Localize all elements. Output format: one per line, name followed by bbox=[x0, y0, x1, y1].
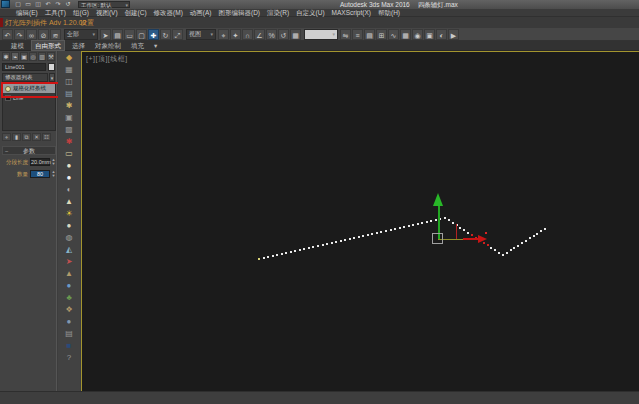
spline-vertex-dot[interactable] bbox=[367, 234, 369, 236]
spline-vertex-dot[interactable] bbox=[285, 252, 287, 254]
spline-vertex-dot[interactable] bbox=[494, 249, 496, 251]
gizmo-center-box[interactable] bbox=[432, 233, 443, 244]
toolbar-icon[interactable]: ⊘ bbox=[38, 29, 49, 40]
spline-vertex-dot[interactable] bbox=[299, 249, 301, 251]
toolbar-icon[interactable]: ↻ bbox=[160, 29, 171, 40]
spline-vertex-dot[interactable] bbox=[435, 219, 437, 221]
spline-vertex-dot[interactable] bbox=[403, 226, 405, 228]
command-panel-tab[interactable]: ▣ bbox=[20, 52, 28, 61]
side-tool-icon[interactable]: ◭ bbox=[63, 244, 76, 256]
seg-length-input[interactable]: 20.0mm bbox=[30, 158, 50, 166]
side-tool-icon[interactable]: ✱ bbox=[63, 100, 76, 112]
spline-vertex-dot[interactable] bbox=[463, 229, 465, 231]
toolbar-icon[interactable]: ∿ bbox=[388, 29, 399, 40]
quick-access-icon[interactable]: ↺ bbox=[64, 1, 72, 8]
spline-vertex-dot[interactable] bbox=[412, 224, 414, 226]
quick-access-icon[interactable]: ▭ bbox=[24, 1, 32, 8]
spline-vertex-dot[interactable] bbox=[498, 252, 500, 254]
chevron-down-icon[interactable]: ▾ bbox=[49, 73, 55, 82]
stack-button[interactable]: ▮ bbox=[12, 133, 21, 141]
workspace-dropdown[interactable]: 工作区: 默认 ▾ bbox=[78, 1, 130, 8]
side-tool-icon[interactable]: ▣ bbox=[63, 112, 76, 124]
side-tool-icon[interactable]: ● bbox=[63, 316, 76, 328]
spline-vertex-dot[interactable] bbox=[510, 249, 512, 251]
toolbar-icon[interactable]: ⤢ bbox=[172, 29, 183, 40]
toolbar-icon[interactable]: ⇋ bbox=[340, 29, 351, 40]
spline-vertex-dot[interactable] bbox=[544, 228, 546, 230]
spline-vertex-dot[interactable] bbox=[487, 244, 489, 246]
spline-vertex-dot[interactable] bbox=[317, 245, 319, 247]
side-tool-icon[interactable]: ◍ bbox=[63, 232, 76, 244]
menu-item[interactable]: MAXScript(X) bbox=[332, 9, 371, 17]
stack-button[interactable]: ⧉ bbox=[22, 133, 31, 141]
command-panel-tab[interactable]: ⚒ bbox=[47, 52, 55, 61]
parameters-rollout-header[interactable]: − 参数 bbox=[2, 146, 56, 155]
ribbon-tab[interactable]: 选择 bbox=[69, 41, 88, 50]
side-tool-icon[interactable]: ▤ bbox=[63, 88, 76, 100]
toolbar-icon[interactable]: ➤ bbox=[100, 29, 111, 40]
spline-vertex-dot[interactable] bbox=[281, 253, 283, 255]
side-tool-icon[interactable]: ➤ bbox=[63, 256, 76, 268]
command-panel-tab[interactable]: ◎ bbox=[29, 52, 37, 61]
toolbar-icon[interactable]: ▣ bbox=[424, 29, 435, 40]
spline-vertex-dot[interactable] bbox=[353, 237, 355, 239]
spline-vertex-dot[interactable] bbox=[525, 240, 527, 242]
spline-vertex-dot[interactable] bbox=[467, 232, 469, 234]
side-tool-icon[interactable]: ■ bbox=[63, 340, 76, 352]
spline-vertex-dot[interactable] bbox=[529, 237, 531, 239]
spline-vertex-dot[interactable] bbox=[380, 231, 382, 233]
seg-length-spinner[interactable]: ▲▼ bbox=[51, 158, 56, 166]
spline-vertex-dot[interactable] bbox=[448, 219, 450, 221]
spline-vertex-dot[interactable] bbox=[502, 254, 504, 256]
side-tool-icon[interactable]: ▭ bbox=[63, 148, 76, 160]
ribbon-tab[interactable]: 建模 bbox=[8, 41, 27, 50]
side-tool-icon[interactable]: ● bbox=[63, 220, 76, 232]
spline-vertex-dot[interactable] bbox=[335, 241, 337, 243]
toolbar-icon[interactable]: ◉ bbox=[412, 29, 423, 40]
spline-vertex-dot[interactable] bbox=[344, 239, 346, 241]
toolbar-icon[interactable]: ✦ bbox=[230, 29, 241, 40]
viewport-label[interactable]: [+][顶][线框] bbox=[86, 54, 128, 64]
menu-item[interactable]: 帮助(H) bbox=[378, 9, 400, 17]
side-tool-icon[interactable]: ☀ bbox=[63, 208, 76, 220]
side-tool-icon[interactable]: ✱ bbox=[63, 136, 76, 148]
side-tool-icon[interactable]: ▦ bbox=[63, 64, 76, 76]
spline-vertex-dot[interactable] bbox=[459, 227, 461, 229]
object-color-swatch[interactable] bbox=[48, 63, 55, 71]
gizmo-plane-handle[interactable] bbox=[456, 224, 457, 239]
spline-vertex-dot[interactable] bbox=[471, 234, 473, 236]
side-tool-icon[interactable]: ▲ bbox=[63, 268, 76, 280]
ribbon-tab[interactable]: 填充 bbox=[128, 41, 147, 50]
quick-access-icon[interactable]: ↷ bbox=[54, 1, 62, 8]
viewport[interactable]: [+][顶][线框] bbox=[81, 51, 639, 391]
spline-vertex-dot[interactable] bbox=[371, 233, 373, 235]
toolbar-icon[interactable]: ▭ bbox=[124, 29, 135, 40]
side-tool-icon[interactable]: ▲ bbox=[63, 196, 76, 208]
spline-vertex-dot[interactable] bbox=[417, 223, 419, 225]
toolbar-icon[interactable]: ▢ bbox=[136, 29, 147, 40]
command-panel-tab[interactable]: ▥ bbox=[38, 52, 46, 61]
side-tool-icon[interactable]: ◫ bbox=[63, 76, 76, 88]
spline-vertex-dot[interactable] bbox=[303, 248, 305, 250]
command-panel-tab[interactable]: ✱ bbox=[2, 52, 10, 61]
stack-button[interactable]: ⌖ bbox=[2, 133, 11, 141]
side-tool-icon[interactable]: ♣ bbox=[63, 292, 76, 304]
spline-vertex-dot[interactable] bbox=[258, 258, 260, 260]
side-tool-icon[interactable]: ▩ bbox=[63, 124, 76, 136]
object-name-field[interactable]: Line001 bbox=[2, 63, 46, 71]
side-tool-icon[interactable]: ● bbox=[63, 280, 76, 292]
spline-vertex-dot[interactable] bbox=[444, 217, 446, 219]
spline-vertex-dot[interactable] bbox=[294, 250, 296, 252]
toolbar-icon[interactable]: ↷ bbox=[14, 29, 25, 40]
ribbon-tab[interactable]: 自由形式 bbox=[31, 40, 65, 51]
spline-vertex-dot[interactable] bbox=[521, 242, 523, 244]
toolbar-icon[interactable]: ↺ bbox=[278, 29, 289, 40]
modifier-list-dropdown[interactable]: 修改器列表 bbox=[2, 73, 48, 82]
toolbar-icon[interactable]: ◐ bbox=[436, 29, 447, 40]
spline-vertex-dot[interactable] bbox=[385, 230, 387, 232]
spline-vertex-dot[interactable] bbox=[536, 233, 538, 235]
toolbar-icon[interactable]: ✚ bbox=[148, 29, 159, 40]
spline-vertex-dot[interactable] bbox=[263, 257, 265, 259]
toolbar-icon-dropdown[interactable]: 视图▾ bbox=[186, 29, 216, 40]
count-input[interactable]: 80 bbox=[30, 170, 50, 178]
